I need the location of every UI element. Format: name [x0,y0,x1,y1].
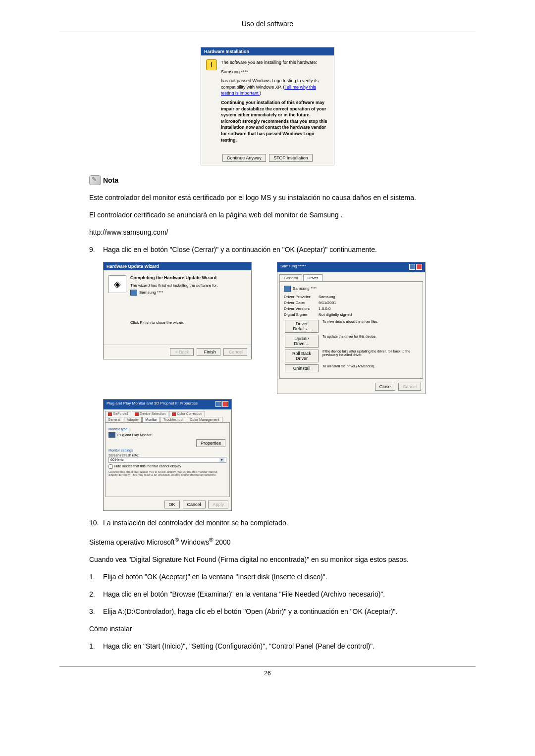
monitor-item-name: Plug and Play Monitor [117,433,151,437]
note-url: http://www.samsung.com/ [89,227,446,238]
step-number: 3. [89,606,103,617]
tab-device-selection[interactable]: Device Selection [132,411,168,416]
step-text: Elija A:(D:\Controlador), haga clic eb e… [103,606,446,617]
props-title: Samsung ***** [280,264,306,271]
page-header: Uso del software [59,20,476,32]
monitor-settings-label: Monitor settings [108,449,226,452]
hide-modes-label: Hide modes that this monitor cannot disp… [114,464,181,468]
properties-button[interactable]: Properties [196,439,225,447]
hw-text-2: has not passed Windows Logo testing to v… [221,78,329,97]
hw-device: Samsung **** [221,69,329,75]
rollback-desc: If the device fails after updating the d… [322,350,419,362]
monitor-icon [108,432,115,438]
step-number: 9. [89,245,103,255]
step-number: 1. [89,572,103,582]
signer-label: Digital Signer: [284,312,319,317]
monitor-properties-dialog: Plug and Play Monitor and 3D Prophet III… [103,399,232,511]
tab-general[interactable]: General [279,274,302,281]
date-label: Driver Date: [284,301,319,305]
driver-properties-dialog: Samsung ***** General Driver Samsung ***… [277,262,426,394]
nvidia-icon [172,412,176,416]
wizard-heading: Completing the Hardware Update Wizard [130,275,246,280]
close-icon[interactable] [222,401,228,407]
step-number: 10. [89,518,103,528]
monitor-small-icon [130,290,137,296]
wizard-device: Samsung **** [139,290,163,295]
hw-warning: Continuing your installation of this sof… [221,100,329,143]
apply-button: Apply [208,501,228,508]
close-icon[interactable] [416,264,422,270]
note-label: Nota [103,176,118,184]
wizard-title: Hardware Update Wizard [104,262,251,270]
provider-label: Driver Provider: [284,295,319,299]
finish-button[interactable]: Finish [197,348,220,356]
step-number: 2. [89,589,103,600]
tab-adapter[interactable]: Adapter [124,417,142,422]
version-value: 1.0.0.0 [319,306,330,311]
tab-general[interactable]: General [105,417,123,422]
hw-text-1: The software you are installing for this… [221,59,329,66]
step-number: 1. [89,641,103,652]
cancel-button: Cancel [398,383,421,391]
hide-modes-checkbox[interactable] [108,464,113,469]
mp-title: Plug and Play Monitor and 3D Prophet III… [107,401,198,408]
step-text: Haga clic en el botón "Browse (Examinar)… [103,589,446,600]
signature-para: Cuando vea "Digital Signature Not Found … [89,554,446,565]
rollback-driver-button[interactable]: Roll Back Driver [285,350,319,362]
uninstall-button[interactable]: Uninstall [285,364,319,372]
monitor-small-icon [284,286,291,292]
hide-modes-desc: Clearing this check box allows you to se… [108,470,226,476]
tab-color-management[interactable]: Color Management [187,417,222,422]
ok-button[interactable]: OK [164,501,180,508]
signer-value: Not digitally signed [319,312,352,317]
provider-value: Samsung [319,295,335,299]
refresh-rate-label: Screen refresh rate: [108,454,226,457]
date-value: 9/11/2001 [319,301,336,305]
update-driver-button[interactable]: Update Driver... [285,335,319,348]
uninstall-desc: To uninstall the driver (Advanced). [322,364,419,372]
tab-monitor[interactable]: Monitor [142,417,160,422]
update-desc: To update the driver for this device. [322,335,419,348]
step-text: Elija el botón "OK (Aceptar)" en la vent… [103,572,446,582]
hw-install-dialog: Hardware Installation ! The software you… [201,47,334,165]
step-text: Haga clic en "Start (Inicio)", "Setting … [103,641,446,652]
tab-geforce[interactable]: GeForce3 [105,411,131,416]
nvidia-icon [108,412,112,416]
cancel-button: Cancel [223,348,247,356]
stop-installation-button[interactable]: STOP Installation [269,154,313,162]
step-text: Haga clic en el botón "Close (Cerrar)" y… [103,245,446,255]
hardware-update-wizard: Hardware Update Wizard ◈ Completing the … [103,262,252,359]
wizard-line1: The wizard has finished installing the s… [130,283,246,288]
cancel-button[interactable]: Cancel [183,501,206,508]
details-desc: To view details about the driver files. [322,320,419,333]
wizard-finish-hint: Click Finish to close the wizard. [130,320,246,325]
back-button: < Back [170,348,194,356]
chevron-down-icon: ▾ [219,458,224,462]
tab-color-correction[interactable]: Color Correction [169,411,205,416]
warning-icon: ! [206,59,217,70]
install-heading: Cómo instalar [89,624,446,634]
help-icon[interactable] [409,264,415,270]
close-button[interactable]: Close [375,383,395,391]
help-icon[interactable] [215,401,221,407]
note-text-2: El controlador certificado se anunciará … [89,210,446,220]
dialog-title: Hardware Installation [201,48,334,55]
refresh-rate-dropdown[interactable]: 60 Hertz ▾ [108,457,226,463]
monitor-type-label: Monitor type [108,427,226,431]
note-text-1: Este controlador del monitor está certif… [89,193,446,203]
continue-anyway-button[interactable]: Continue Anyway [222,154,266,162]
os-line: Sistema operativo Microsoft® Windows® 20… [89,535,446,548]
driver-details-button[interactable]: Driver Details... [285,320,319,333]
step-text: La instalación del controlador del monit… [103,518,446,528]
tab-troubleshoot[interactable]: Troubleshoot [160,417,187,422]
nvidia-icon [135,412,139,416]
device-large-icon: ◈ [108,275,126,293]
tab-driver[interactable]: Driver [303,274,322,281]
props-device: Samsung **** [293,286,317,291]
version-label: Driver Version: [284,306,319,311]
page-number: 26 [59,666,476,677]
note-icon [89,175,101,185]
